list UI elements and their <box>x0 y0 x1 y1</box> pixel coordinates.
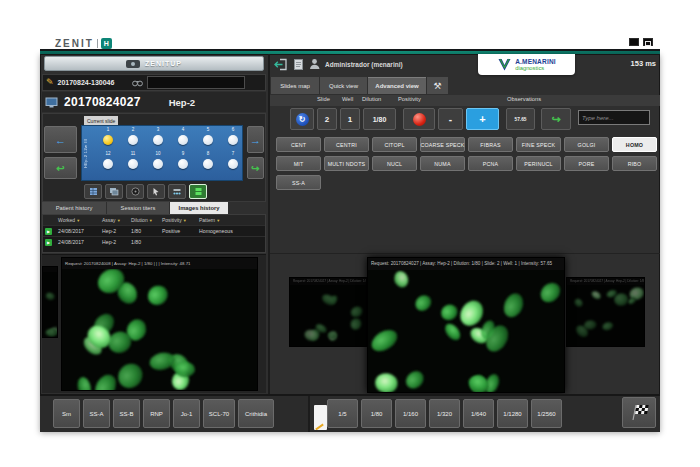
increase-positivity-button[interactable]: + <box>466 108 499 130</box>
table-header-cell[interactable]: Assay▼ <box>100 217 129 223</box>
confirm-button[interactable]: ↪ <box>541 108 571 130</box>
next-slide-button[interactable]: → <box>247 126 264 153</box>
table-header-cell[interactable]: Positivity▼ <box>160 217 197 223</box>
table-row[interactable]: ▶24/08/2017Hep-21/80 <box>43 236 265 247</box>
dilution-button-1-80[interactable]: 1/80 <box>361 399 392 428</box>
tab-quick-view[interactable]: Quick view <box>320 77 367 94</box>
tab-settings[interactable]: ⚒ <box>427 77 448 94</box>
maximize-button[interactable] <box>643 38 653 46</box>
history-image-main[interactable]: Request: 20170824008 | Assay: Hep-2 | 1/… <box>61 257 258 391</box>
well-11[interactable] <box>128 159 138 169</box>
table-header-cell[interactable]: Pattern▼ <box>197 217 243 223</box>
pattern-button-citopl[interactable]: CITOPL <box>372 137 417 152</box>
well-2[interactable] <box>128 135 138 145</box>
request-id: 20170824027 <box>64 95 141 109</box>
tools-icon: ⚒ <box>433 81 441 91</box>
pattern-button-numa[interactable]: NUMA <box>420 156 465 171</box>
decrease-positivity-button[interactable]: - <box>438 108 463 130</box>
dilution-button-1-320[interactable]: 1/320 <box>429 399 460 428</box>
pattern-button-fine-speck[interactable]: FINE SPECK <box>516 137 561 152</box>
antigen-button-ss-b[interactable]: SS-B <box>113 399 140 428</box>
well-8[interactable] <box>203 159 213 169</box>
pointer-tool-button[interactable] <box>147 184 165 199</box>
undo-button[interactable]: ↩ <box>44 157 77 179</box>
pattern-row: SS-A <box>276 175 658 190</box>
well-number: 3 <box>151 127 165 132</box>
minimize-button[interactable] <box>629 38 639 46</box>
column-dilution: Dilution <box>362 96 381 102</box>
worklist-icon[interactable] <box>293 58 304 71</box>
pattern-button-homo[interactable]: HOMO <box>612 137 657 152</box>
screen-icon <box>45 97 58 108</box>
tab-images-history[interactable]: Images history <box>170 202 228 214</box>
tab-patient-history[interactable]: Patient history <box>42 202 106 214</box>
antigen-button-jo-1[interactable]: Jo-1 <box>173 399 200 428</box>
pattern-button-mit[interactable]: MIT <box>276 156 321 171</box>
well-5[interactable] <box>203 135 213 145</box>
well-9[interactable] <box>178 159 188 169</box>
binoculars-icon[interactable] <box>132 79 143 87</box>
session-search-input[interactable] <box>147 76 245 89</box>
pattern-button-nucl[interactable]: NUCL <box>372 156 417 171</box>
table-cell: Positive <box>160 228 197 234</box>
wells-icon <box>172 188 182 196</box>
gallery-tool-button[interactable] <box>105 184 123 199</box>
pattern-button-golgi[interactable]: GOLGI <box>564 137 609 152</box>
antigen-button-rnp[interactable]: RNP <box>143 399 170 428</box>
sync-button[interactable]: ↻ <box>290 108 314 130</box>
table-row[interactable]: ▶24/08/2017Hep-21/80PositiveHomogeneous <box>43 225 265 236</box>
finish-flag-button[interactable] <box>622 397 656 428</box>
dilution-button-1-160[interactable]: 1/160 <box>395 399 426 428</box>
pattern-button-multi-ndots[interactable]: MULTI NDOTS <box>324 156 369 171</box>
report-tool-button[interactable] <box>84 184 102 199</box>
well-4[interactable] <box>178 135 188 145</box>
pattern-button-pcna[interactable]: PCNA <box>468 156 513 171</box>
antigen-button-ss-a[interactable]: SS-A <box>83 399 110 428</box>
tab-slides-map[interactable]: Slides map <box>271 77 319 94</box>
tab-advanced-view[interactable]: Advanced view <box>368 77 426 94</box>
antigen-button-sm[interactable]: Sm <box>53 399 80 428</box>
antigen-button-scl-70[interactable]: SCL-70 <box>203 399 235 428</box>
antigen-button-crithidia[interactable]: Crithidia <box>238 399 274 428</box>
well-12[interactable] <box>103 159 113 169</box>
observations-input[interactable] <box>578 110 650 125</box>
well-6[interactable] <box>228 135 238 145</box>
well-7[interactable] <box>228 159 238 169</box>
exit-icon[interactable] <box>274 58 288 71</box>
tab-session-titers[interactable]: Session titers <box>107 202 169 214</box>
pattern-button-fibras[interactable]: FIBRAS <box>468 137 513 152</box>
notes-icon[interactable] <box>314 405 327 430</box>
pattern-button-centri[interactable]: CENTRI <box>324 137 369 152</box>
carousel-image-right[interactable]: Request: 20170824027 | Assay: Hep-2 | Di… <box>566 277 645 347</box>
dilution-button-1-5[interactable]: 1/5 <box>327 399 358 428</box>
brand-badge: A.MENARINI diagnostics <box>478 54 575 75</box>
pattern-button-coarse-speck[interactable]: COARSE SPECK <box>420 137 465 152</box>
pattern-button-cent[interactable]: CENT <box>276 137 321 152</box>
table-header-cell[interactable]: Worked▼ <box>56 217 100 223</box>
zenitup-button[interactable]: ZENITUP <box>44 56 264 71</box>
table-header-cell[interactable]: Dilution▼ <box>129 217 160 223</box>
pattern-button-perinucl[interactable]: PERINUCL <box>516 156 561 171</box>
dilution-button-1-640[interactable]: 1/640 <box>463 399 494 428</box>
pattern-button-pore[interactable]: PORE <box>564 156 609 171</box>
disc-tool-button[interactable] <box>126 184 144 199</box>
current-slide-tab[interactable]: Current slide <box>84 116 118 125</box>
redo-button[interactable]: ↪ <box>247 157 264 179</box>
edit-icon[interactable]: ✎ <box>46 78 54 87</box>
carousel-image-center[interactable]: Request: 20170824027 | Assay: Hep-2 | Di… <box>367 257 565 393</box>
well-3[interactable] <box>153 135 163 145</box>
dilution-button-1-1280[interactable]: 1/1280 <box>497 399 528 428</box>
intensity-button[interactable]: 57.65 <box>506 108 535 130</box>
previous-slide-button[interactable]: ← <box>44 126 77 153</box>
well-10[interactable] <box>153 159 163 169</box>
history-image-sliver[interactable] <box>42 266 58 338</box>
carousel-image-left[interactable]: Request: 20170824027 | Assay: Hep-2 | Di… <box>289 277 367 347</box>
negative-button[interactable] <box>403 108 435 130</box>
dilution-button-1-2560[interactable]: 1/2560 <box>531 399 562 428</box>
well-1[interactable] <box>103 135 113 145</box>
report-icon <box>89 187 98 196</box>
pattern-button-ss-a[interactable]: SS-A <box>276 175 321 190</box>
capture-tool-button[interactable] <box>189 184 207 199</box>
pattern-button-ribo[interactable]: RIBO <box>612 156 657 171</box>
wells-tool-button[interactable] <box>168 184 186 199</box>
